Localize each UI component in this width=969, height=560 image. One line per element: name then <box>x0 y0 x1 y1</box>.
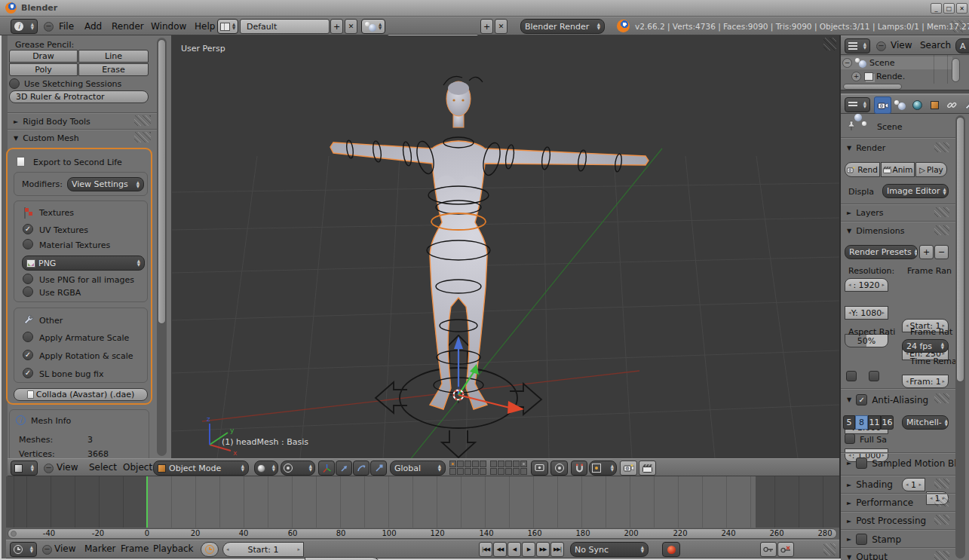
snap-element-dropdown[interactable] <box>589 461 617 476</box>
panel-drag-grip[interactable] <box>934 497 949 506</box>
scene-icon-dropdown[interactable] <box>361 19 385 34</box>
aa-sample-16-button[interactable]: 16 <box>881 415 894 430</box>
panel-drag-grip[interactable] <box>934 207 949 217</box>
outliner-h-scrollbar[interactable] <box>843 84 902 90</box>
panel-custom-mesh[interactable]: Custom Mesh <box>14 133 79 143</box>
breadcrumb-id[interactable]: Scene <box>877 122 903 132</box>
res-x-field[interactable]: : 1920 <box>845 278 888 292</box>
area-corner-grip[interactable] <box>823 543 836 555</box>
panel-rigid-body-tools[interactable]: Rigid Body Tools <box>14 117 90 127</box>
frame-step-field[interactable]: Fram: 1 <box>902 375 949 388</box>
tab-world[interactable] <box>909 96 926 114</box>
manipulator-rotate-toggle[interactable] <box>353 461 370 476</box>
frame-end-field[interactable]: End: 250 <box>305 557 380 560</box>
gp-line-button[interactable]: Line <box>78 50 149 63</box>
proportional-edit-toggle[interactable] <box>550 461 568 476</box>
tab-constraints[interactable] <box>943 96 961 114</box>
minimize-button[interactable]: _ <box>931 3 942 14</box>
panel-drag-grip[interactable] <box>934 225 949 235</box>
panel-drag-grip[interactable] <box>934 515 949 525</box>
outliner-scene-label[interactable]: Scene <box>869 58 895 68</box>
tab-scene[interactable] <box>891 96 909 114</box>
layer-cell[interactable] <box>465 461 471 467</box>
collada-export-button[interactable]: Collada (Avastar) (.dae) <box>14 388 148 401</box>
prev-keyframe-button[interactable]: ◀◀ <box>493 542 507 557</box>
viewport-3d[interactable]: x y z User Persp (1) headMesh : Basis <box>172 35 839 458</box>
outliner-v-scrollbar[interactable] <box>952 58 960 82</box>
layer-cell[interactable] <box>457 468 464 475</box>
area-corner-grip[interactable] <box>952 20 964 32</box>
crop-checkbox[interactable] <box>869 371 879 381</box>
preset-add-button[interactable]: + <box>919 245 934 259</box>
layer-cell[interactable] <box>498 461 504 467</box>
collapse-menus-icon[interactable] <box>42 545 52 555</box>
panel-drag-grip[interactable] <box>934 479 949 488</box>
play-reverse-button[interactable]: ◀ <box>507 542 521 557</box>
editor-type-selector-properties[interactable] <box>845 97 870 112</box>
play-render-button[interactable]: ▷Play <box>915 162 947 177</box>
panel-shading[interactable]: Shading <box>847 479 893 490</box>
panel-drag-grip[interactable] <box>134 132 151 142</box>
render-opengl-button[interactable] <box>620 461 637 476</box>
menu-view-timeline[interactable]: View <box>54 543 75 554</box>
jump-to-end-button[interactable]: ▶▶| <box>550 542 564 557</box>
panel-layers[interactable]: Layers <box>847 208 884 218</box>
stamp-checkbox[interactable] <box>856 534 867 545</box>
layers-group-2[interactable] <box>490 461 527 475</box>
tab-object[interactable] <box>926 96 943 114</box>
playhead[interactable] <box>146 476 148 528</box>
use-png-checkbox[interactable] <box>23 274 33 284</box>
toolshelf-scrollbar[interactable] <box>158 39 166 324</box>
aa-sample-8-button[interactable]: 8 <box>855 415 868 430</box>
preset-remove-button[interactable]: − <box>934 245 949 259</box>
menu-select-3d[interactable]: Select <box>89 462 117 473</box>
menu-marker[interactable]: Marker <box>84 543 115 554</box>
menu-help[interactable]: Help <box>195 21 215 32</box>
render-anim-button[interactable]: Anim <box>881 162 915 177</box>
export-sl-label[interactable]: Export to Second Life <box>33 158 122 167</box>
layers-group-1[interactable] <box>449 461 486 475</box>
panel-output[interactable]: Output <box>847 552 888 560</box>
layer-cell[interactable] <box>472 461 479 467</box>
timeline-area[interactable] <box>6 476 839 528</box>
display-dropdown[interactable]: Image Editor <box>882 184 949 198</box>
modifiers-dropdown[interactable]: View Settings <box>67 177 144 191</box>
render-presets-dropdown[interactable]: Render Presets <box>845 245 918 259</box>
res-y-field[interactable]: Y: 1080 <box>845 306 888 320</box>
scene-delete-button[interactable]: ✕ <box>495 19 507 34</box>
jump-to-start-button[interactable]: |◀◀ <box>479 542 492 557</box>
manipulator-scale-toggle[interactable] <box>370 461 387 476</box>
menu-add[interactable]: Add <box>84 21 102 32</box>
aa-sample-11-button[interactable]: 11 <box>868 415 881 430</box>
layer-cell[interactable] <box>472 468 479 475</box>
gp-poly-button[interactable]: Poly <box>9 63 78 76</box>
uv-textures-checkbox[interactable] <box>23 224 33 234</box>
panel-performance[interactable]: Performance <box>847 497 913 508</box>
insert-keyframe-button[interactable] <box>760 542 777 557</box>
layer-cell[interactable] <box>498 468 504 475</box>
layout-delete-button[interactable]: ✕ <box>345 19 357 34</box>
autokey-record-toggle[interactable] <box>662 542 680 557</box>
fps-dropdown[interactable]: 24 fps <box>902 339 949 353</box>
layer-cell[interactable] <box>490 468 497 475</box>
use-rgba-checkbox[interactable] <box>23 286 33 297</box>
expand-node-icon[interactable] <box>851 72 861 81</box>
orientation-dropdown[interactable]: Global <box>390 461 446 476</box>
panel-render[interactable]: Render <box>847 143 885 153</box>
menu-object-3d[interactable]: Object <box>123 462 152 473</box>
editor-type-selector-outliner[interactable] <box>845 38 870 54</box>
timeline-ruler[interactable]: -40 -20 0 20 40 60 80 100 120 140 160 18… <box>6 528 839 540</box>
manipulator-axes-toggle[interactable] <box>318 461 335 476</box>
tab-render[interactable] <box>874 96 891 114</box>
layer-cell[interactable] <box>480 468 486 475</box>
menu-file[interactable]: File <box>59 21 74 32</box>
outliner-row-render[interactable]: Rende. <box>851 70 952 83</box>
render-still-button[interactable]: Rend <box>845 162 880 177</box>
use-sketching-checkbox[interactable] <box>9 78 20 89</box>
editor-type-selector-3d[interactable] <box>11 461 38 476</box>
panel-drag-grip[interactable] <box>934 551 949 560</box>
panel-drag-grip[interactable] <box>134 115 151 126</box>
layer-cell[interactable] <box>480 461 486 467</box>
pivot-dropdown[interactable] <box>281 461 315 476</box>
collapse-menus-icon[interactable] <box>44 22 54 32</box>
